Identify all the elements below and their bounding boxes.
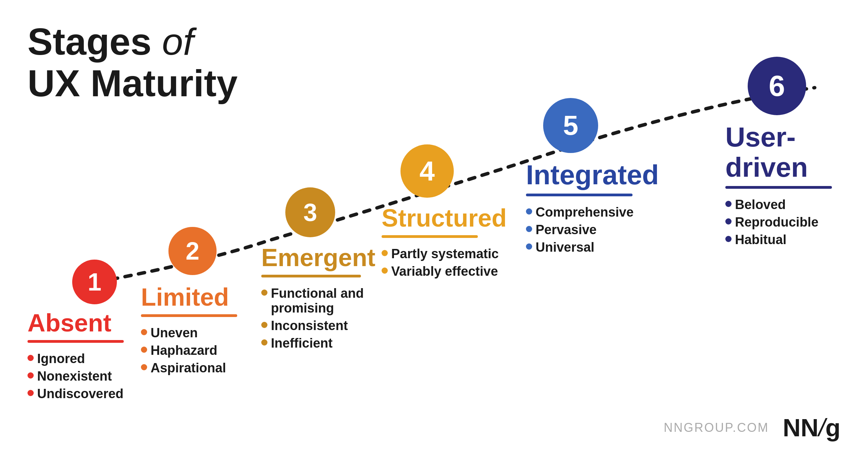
stage-5-block: Integrated Comprehensive Pervasive Unive… — [526, 160, 659, 258]
bullet-item: Reproducible — [725, 215, 868, 230]
bullet-item: Inefficient — [261, 336, 375, 351]
stage-6-circle: 6 — [748, 57, 806, 115]
bullet-item: Beloved — [725, 197, 868, 212]
bullet-item: Haphazard — [141, 343, 237, 358]
bullet-dot — [28, 390, 34, 396]
bullet-dot — [28, 355, 34, 361]
bullet-item: Undiscovered — [28, 386, 124, 401]
stage-4-bullets: Partly systematic Variably effective — [382, 247, 507, 279]
bullet-item: Functional and promising — [261, 286, 364, 316]
bullet-item: Nonexistent — [28, 369, 124, 384]
title-line2: UX Maturity — [28, 62, 238, 104]
bullet-dot — [526, 226, 532, 232]
bullet-item: Partly systematic — [382, 247, 507, 261]
bullet-item: Comprehensive — [526, 205, 659, 220]
bullet-dot — [28, 372, 34, 379]
bullet-dot — [725, 218, 732, 225]
bullet-item: Inconsistent — [261, 318, 375, 333]
bullet-dot — [382, 267, 388, 274]
bullet-item: Aspirational — [141, 361, 237, 375]
footer-logo: NN/g — [783, 414, 840, 442]
stage-5-bullets: Comprehensive Pervasive Universal — [526, 205, 659, 255]
stage-5-name: Integrated — [526, 160, 659, 190]
bullet-dot — [141, 329, 147, 335]
stage-1-circle: 1 — [72, 260, 117, 304]
stage-6-block: User-driven Beloved Reproducible Habitua… — [725, 122, 868, 250]
stage-2-block: Limited Uneven Haphazard Aspirational — [141, 284, 237, 378]
stage-2-bullets: Uneven Haphazard Aspirational — [141, 326, 237, 375]
stage-4-block: Structured Partly systematic Variably ef… — [382, 205, 507, 282]
stage-2-divider — [141, 314, 237, 317]
stage-3-block: Emergent Functional and promising Incons… — [261, 244, 375, 353]
bullet-dot — [261, 339, 267, 346]
stage-5-divider — [526, 194, 633, 196]
stage-6-bullets: Beloved Reproducible Habitual — [725, 197, 868, 247]
footer: NNGROUP.COM NN/g — [664, 414, 840, 442]
stage-1-bullets: Ignored Nonexistent Undiscovered — [28, 351, 124, 401]
stage-3-name: Emergent — [261, 244, 375, 271]
stage-1-name: Absent — [28, 309, 124, 337]
bullet-item: Variably effective — [382, 264, 507, 279]
bullet-dot — [725, 201, 732, 207]
bullet-dot — [382, 250, 388, 256]
stage-1-block: Absent Ignored Nonexistent Undiscovered — [28, 309, 124, 404]
bullet-item: Universal — [526, 240, 659, 255]
bullet-item: Uneven — [141, 326, 237, 340]
stage-1-divider — [28, 340, 124, 343]
bullet-dot — [261, 322, 267, 328]
stage-2-name: Limited — [141, 284, 237, 311]
bullet-dot — [261, 289, 267, 296]
stage-5-circle: 5 — [543, 98, 598, 153]
footer-url: NNGROUP.COM — [664, 420, 769, 435]
stage-3-divider — [261, 275, 361, 277]
bullet-item: Ignored — [28, 351, 124, 366]
bullet-dot — [141, 347, 147, 353]
title-section: Stages of UX Maturity — [28, 21, 238, 104]
stage-4-circle: 4 — [400, 144, 454, 198]
stage-4-name: Structured — [382, 205, 507, 232]
bullet-dot — [141, 364, 147, 370]
stage-2-circle: 2 — [168, 227, 217, 275]
bullet-dot — [526, 208, 532, 215]
title-line1: Stages of — [28, 21, 238, 62]
bullet-dot — [526, 243, 532, 250]
stage-3-bullets: Functional and promising Inconsistent In… — [261, 286, 375, 351]
stage-3-circle: 3 — [285, 187, 335, 237]
bullet-item: Habitual — [725, 232, 868, 247]
stage-6-name: User-driven — [725, 122, 868, 183]
bullet-dot — [725, 236, 732, 242]
stage-6-divider — [725, 186, 832, 189]
bullet-item: Pervasive — [526, 222, 659, 237]
stage-4-divider — [382, 235, 478, 238]
